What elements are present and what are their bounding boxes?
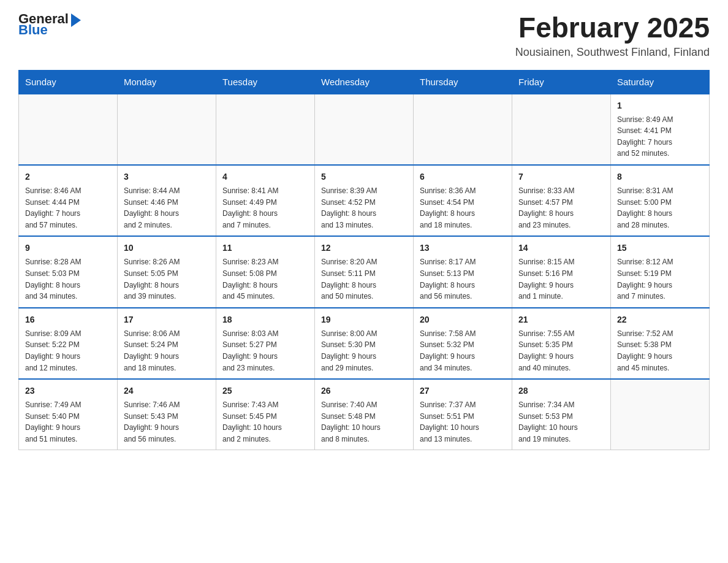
day-info: Sunrise: 8:44 AM Sunset: 4:46 PM Dayligh… [124, 185, 210, 231]
day-info: Sunrise: 8:28 AM Sunset: 5:03 PM Dayligh… [25, 256, 111, 302]
day-info: Sunrise: 7:55 AM Sunset: 5:35 PM Dayligh… [518, 328, 604, 373]
day-number: 14 [518, 242, 604, 255]
day-info: Sunrise: 8:00 AM Sunset: 5:30 PM Dayligh… [321, 328, 407, 373]
logo-arrow-icon [71, 13, 81, 27]
day-number: 24 [124, 385, 210, 397]
day-info: Sunrise: 8:20 AM Sunset: 5:11 PM Dayligh… [321, 256, 407, 302]
day-info: Sunrise: 8:33 AM Sunset: 4:57 PM Dayligh… [518, 185, 604, 231]
day-number: 7 [518, 170, 604, 183]
day-cell: 6Sunrise: 8:36 AM Sunset: 4:54 PM Daylig… [414, 165, 512, 236]
day-cell: 5Sunrise: 8:39 AM Sunset: 4:52 PM Daylig… [315, 165, 414, 236]
day-info: Sunrise: 7:43 AM Sunset: 5:45 PM Dayligh… [222, 399, 308, 445]
day-info: Sunrise: 8:06 AM Sunset: 5:24 PM Dayligh… [124, 328, 210, 373]
day-cell [19, 94, 118, 165]
day-number: 21 [518, 313, 604, 326]
calendar-table: SundayMondayTuesdayWednesdayThursdayFrid… [18, 70, 710, 451]
day-cell [414, 94, 512, 165]
day-cell [315, 94, 414, 165]
day-info: Sunrise: 7:58 AM Sunset: 5:32 PM Dayligh… [420, 328, 506, 373]
day-cell: 21Sunrise: 7:55 AM Sunset: 5:35 PM Dayli… [512, 308, 611, 379]
day-number: 25 [222, 385, 308, 397]
day-cell: 8Sunrise: 8:31 AM Sunset: 5:00 PM Daylig… [611, 165, 710, 236]
day-number: 26 [321, 385, 407, 397]
day-number: 3 [124, 170, 210, 183]
day-cell: 4Sunrise: 8:41 AM Sunset: 4:49 PM Daylig… [216, 165, 315, 236]
logo-blue-text: Blue [18, 23, 48, 37]
day-cell: 20Sunrise: 7:58 AM Sunset: 5:32 PM Dayli… [414, 308, 512, 379]
day-cell: 23Sunrise: 7:49 AM Sunset: 5:40 PM Dayli… [19, 379, 118, 450]
day-cell: 11Sunrise: 8:23 AM Sunset: 5:08 PM Dayli… [216, 236, 315, 307]
day-number: 27 [420, 385, 506, 397]
day-number: 12 [321, 242, 407, 255]
day-info: Sunrise: 7:37 AM Sunset: 5:51 PM Dayligh… [420, 399, 506, 445]
day-info: Sunrise: 8:23 AM Sunset: 5:08 PM Dayligh… [222, 256, 308, 302]
day-info: Sunrise: 8:31 AM Sunset: 5:00 PM Dayligh… [617, 185, 703, 231]
day-cell: 25Sunrise: 7:43 AM Sunset: 5:45 PM Dayli… [216, 379, 315, 450]
day-cell: 17Sunrise: 8:06 AM Sunset: 5:24 PM Dayli… [118, 308, 216, 379]
title-block: February 2025 Nousiainen, Southwest Finl… [515, 12, 710, 59]
weekday-header-saturday: Saturday [611, 70, 710, 94]
day-cell: 26Sunrise: 7:40 AM Sunset: 5:48 PM Dayli… [315, 379, 414, 450]
day-cell: 14Sunrise: 8:15 AM Sunset: 5:16 PM Dayli… [512, 236, 611, 307]
day-number: 19 [321, 313, 407, 326]
day-cell [512, 94, 611, 165]
weekday-header-sunday: Sunday [19, 70, 118, 94]
day-cell: 7Sunrise: 8:33 AM Sunset: 4:57 PM Daylig… [512, 165, 611, 236]
day-info: Sunrise: 8:03 AM Sunset: 5:27 PM Dayligh… [222, 328, 308, 373]
day-number: 2 [25, 170, 111, 183]
day-cell: 28Sunrise: 7:34 AM Sunset: 5:53 PM Dayli… [512, 379, 611, 450]
weekday-header-friday: Friday [512, 70, 611, 94]
day-cell: 2Sunrise: 8:46 AM Sunset: 4:44 PM Daylig… [19, 165, 118, 236]
day-info: Sunrise: 8:36 AM Sunset: 4:54 PM Dayligh… [420, 185, 506, 231]
day-info: Sunrise: 8:49 AM Sunset: 4:41 PM Dayligh… [617, 114, 703, 159]
weekday-header-thursday: Thursday [414, 70, 512, 94]
month-title: February 2025 [515, 12, 710, 44]
day-info: Sunrise: 8:09 AM Sunset: 5:22 PM Dayligh… [25, 328, 111, 373]
day-info: Sunrise: 8:46 AM Sunset: 4:44 PM Dayligh… [25, 185, 111, 231]
day-number: 6 [420, 170, 506, 183]
weekday-header-tuesday: Tuesday [216, 70, 315, 94]
day-info: Sunrise: 7:40 AM Sunset: 5:48 PM Dayligh… [321, 399, 407, 445]
day-cell [611, 379, 710, 450]
day-cell: 16Sunrise: 8:09 AM Sunset: 5:22 PM Dayli… [19, 308, 118, 379]
day-info: Sunrise: 8:41 AM Sunset: 4:49 PM Dayligh… [222, 185, 308, 231]
day-number: 10 [124, 242, 210, 255]
day-cell: 1Sunrise: 8:49 AM Sunset: 4:41 PM Daylig… [611, 94, 710, 165]
week-row-1: 1Sunrise: 8:49 AM Sunset: 4:41 PM Daylig… [19, 94, 710, 165]
day-cell [118, 94, 216, 165]
day-number: 13 [420, 242, 506, 255]
day-cell: 18Sunrise: 8:03 AM Sunset: 5:27 PM Dayli… [216, 308, 315, 379]
day-cell [216, 94, 315, 165]
day-cell: 27Sunrise: 7:37 AM Sunset: 5:51 PM Dayli… [414, 379, 512, 450]
day-number: 16 [25, 313, 111, 326]
day-number: 5 [321, 170, 407, 183]
day-number: 15 [617, 242, 703, 255]
day-info: Sunrise: 8:17 AM Sunset: 5:13 PM Dayligh… [420, 256, 506, 302]
day-number: 8 [617, 170, 703, 183]
day-info: Sunrise: 7:52 AM Sunset: 5:38 PM Dayligh… [617, 328, 703, 373]
day-cell: 24Sunrise: 7:46 AM Sunset: 5:43 PM Dayli… [118, 379, 216, 450]
day-cell: 12Sunrise: 8:20 AM Sunset: 5:11 PM Dayli… [315, 236, 414, 307]
day-cell: 19Sunrise: 8:00 AM Sunset: 5:30 PM Dayli… [315, 308, 414, 379]
day-number: 28 [518, 385, 604, 397]
day-number: 1 [617, 99, 703, 112]
day-info: Sunrise: 7:49 AM Sunset: 5:40 PM Dayligh… [25, 399, 111, 445]
day-number: 23 [25, 385, 111, 397]
day-number: 22 [617, 313, 703, 326]
day-number: 18 [222, 313, 308, 326]
weekday-header-wednesday: Wednesday [315, 70, 414, 94]
location-subtitle: Nousiainen, Southwest Finland, Finland [515, 46, 710, 59]
day-number: 11 [222, 242, 308, 255]
weekday-header-monday: Monday [118, 70, 216, 94]
week-row-3: 9Sunrise: 8:28 AM Sunset: 5:03 PM Daylig… [19, 236, 710, 307]
day-cell: 13Sunrise: 8:17 AM Sunset: 5:13 PM Dayli… [414, 236, 512, 307]
day-number: 20 [420, 313, 506, 326]
day-info: Sunrise: 7:34 AM Sunset: 5:53 PM Dayligh… [518, 399, 604, 445]
day-cell: 3Sunrise: 8:44 AM Sunset: 4:46 PM Daylig… [118, 165, 216, 236]
day-cell: 9Sunrise: 8:28 AM Sunset: 5:03 PM Daylig… [19, 236, 118, 307]
day-info: Sunrise: 8:39 AM Sunset: 4:52 PM Dayligh… [321, 185, 407, 231]
day-cell: 15Sunrise: 8:12 AM Sunset: 5:19 PM Dayli… [611, 236, 710, 307]
week-row-5: 23Sunrise: 7:49 AM Sunset: 5:40 PM Dayli… [19, 379, 710, 450]
week-row-2: 2Sunrise: 8:46 AM Sunset: 4:44 PM Daylig… [19, 165, 710, 236]
day-info: Sunrise: 8:12 AM Sunset: 5:19 PM Dayligh… [617, 256, 703, 302]
